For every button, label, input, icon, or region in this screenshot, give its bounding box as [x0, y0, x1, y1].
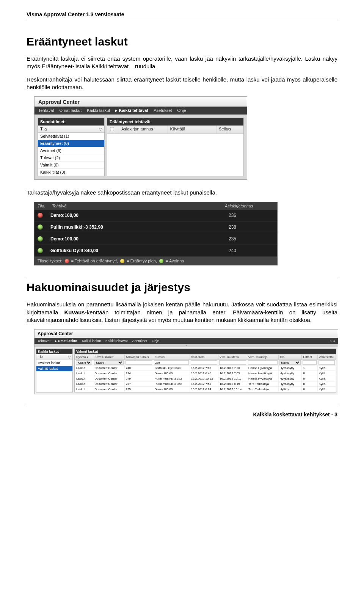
- tila-dropdown[interactable]: Tila ▽: [38, 126, 104, 133]
- table-cell: 0: [302, 387, 317, 392]
- approval-center-screenshot-2: Approval Center Tehtävät Omat laskut Kai…: [34, 329, 338, 394]
- page-footer: Kaikkia koskettavat kehitykset - 3: [27, 410, 337, 418]
- column-header[interactable]: Tila: [278, 355, 302, 360]
- column-header[interactable]: Viim. muutettu: [218, 355, 247, 360]
- table-cell: 16.2.2012 6:46: [190, 371, 218, 376]
- col-tehtava: Tehtävä: [52, 204, 225, 208]
- status-dot-icon: [38, 248, 43, 253]
- legend-dot-green: [159, 259, 163, 263]
- status-dot-icon: [38, 224, 43, 230]
- table-cell: Laskut: [75, 366, 93, 371]
- version-label: 1.3: [330, 339, 335, 343]
- email-row[interactable]: Demo:100,00235: [35, 233, 277, 245]
- filter-item[interactable]: Avoimet (6): [38, 147, 104, 154]
- table-cell: 15.2.2012 6:24: [190, 387, 218, 392]
- filter-item[interactable]: Tulevat (2): [38, 154, 104, 162]
- column-header[interactable]: Asiakirjan tunnus: [124, 355, 153, 360]
- page-header: Visma Approval Center 1.3 versiosaate: [27, 11, 337, 17]
- drag-handle[interactable]: ▴: [35, 344, 338, 347]
- sidebar-item-selected[interactable]: Valmiit laskut: [36, 366, 72, 372]
- table-cell: Hyväksytty: [278, 366, 302, 371]
- menu-item[interactable]: Omat laskut: [60, 108, 82, 113]
- filter-select[interactable]: Kaikki: [279, 360, 301, 365]
- menu-item[interactable]: Ohje: [177, 108, 186, 113]
- invoice-table: Ryhmä ▾Sovellusnimi ▾Asiakirjan tunnusKu…: [75, 354, 336, 392]
- table-row[interactable]: LaskutDocumentCenter240Golftukku Oy:9 84…: [75, 366, 336, 371]
- column-header[interactable]: Käyttäjä: [168, 126, 217, 133]
- column-header[interactable]: Liitteet: [302, 355, 317, 360]
- table-cell: Hanna Hyväksyjä: [247, 376, 279, 381]
- column-header[interactable]: Viim. muuttaja: [247, 355, 279, 360]
- menu-item[interactable]: Asetukset: [154, 108, 172, 113]
- divider: [27, 406, 337, 406]
- task-label: Golftukku Oy:9 840,00: [50, 248, 229, 253]
- table-cell: 234: [124, 371, 153, 376]
- filter-input[interactable]: [154, 360, 188, 365]
- status-dot-icon: [38, 236, 43, 242]
- menu-item-selected[interactable]: Omat laskut: [55, 339, 77, 343]
- table-row[interactable]: LaskutDocumentCenter235Demo:100,0015.2.2…: [75, 387, 336, 392]
- filter-select[interactable]: Kaikki: [76, 360, 92, 365]
- legend-text: = Erääntyy pian,: [127, 259, 157, 263]
- filter-item[interactable]: Kaikki tilat (8): [38, 169, 104, 176]
- filter-item-selected[interactable]: Erääntyneet (0): [38, 140, 104, 147]
- legend-text: = Avoinna: [166, 259, 184, 263]
- menu-item[interactable]: Kaikki laskut: [82, 339, 101, 343]
- checkbox-column[interactable]: [107, 126, 119, 133]
- menu-item[interactable]: Kaikki laskut: [87, 108, 110, 113]
- table-cell: 240: [124, 366, 153, 371]
- column-header[interactable]: Selitys: [217, 126, 243, 133]
- main-panel-header: Erääntyneet tehtävät: [107, 118, 243, 126]
- legend-label: Tilaselitykset:: [38, 259, 63, 263]
- column-header[interactable]: Ryhmä ▾: [75, 355, 93, 360]
- approval-center-screenshot-1: Approval Center Tehtävät Omat laskut Kai…: [34, 96, 247, 180]
- filter-input[interactable]: [191, 360, 218, 365]
- table-row[interactable]: LaskutDocumentCenter237Pullin musiikki:3…: [75, 381, 336, 387]
- table-cell: 16.2.2012 7:20: [218, 366, 247, 371]
- paragraph: Erääntyneitä laskuja ei siirretä enää sy…: [27, 55, 337, 71]
- table-cell: 1: [302, 366, 317, 371]
- legend-dot-red: [65, 259, 69, 263]
- table-cell: 16.2.2012 10:17: [218, 376, 247, 381]
- column-header[interactable]: Sovellusnimi ▾: [93, 355, 125, 360]
- menubar: Tehtävät Omat laskut Kaikki laskut Kaikk…: [35, 107, 247, 115]
- filter-input[interactable]: [248, 360, 278, 365]
- document-id: 240: [229, 248, 274, 253]
- filter-input[interactable]: [219, 360, 246, 365]
- table-cell: Kyllä: [317, 381, 336, 387]
- menu-item[interactable]: Kaikki tehtävät: [105, 339, 128, 343]
- email-task-list: Tila. Tehtävä Asiakirjatunnus Demo:100,0…: [34, 202, 278, 265]
- tila-label: Tila: [40, 127, 47, 131]
- column-header[interactable]: Vahvistettu: [317, 355, 336, 360]
- filter-item[interactable]: Selvitettävät (1): [38, 133, 104, 140]
- column-header[interactable]: Vast.otettu: [190, 355, 218, 360]
- table-cell: Pullin musiikki:3 352: [153, 381, 190, 387]
- tila-dropdown[interactable]: Tila ▽: [36, 354, 72, 360]
- table-cell: Hyväksytty: [278, 381, 302, 387]
- table-cell: 16.2.2012 10:14: [218, 387, 247, 392]
- table-cell: Hylätty: [278, 387, 302, 392]
- filter-item[interactable]: Valmiit (0): [38, 162, 104, 169]
- table-cell: Tero Tarkastaja: [247, 387, 279, 392]
- table-row[interactable]: LaskutDocumentCenter234Demo:100,6016.2.2…: [75, 371, 336, 376]
- table-cell: Hyväksytty: [278, 376, 302, 381]
- table-cell: Pullin musiikki:3 352: [153, 376, 190, 381]
- filter-input[interactable]: [126, 360, 152, 365]
- table-cell: 16.2.2012 7:05: [218, 371, 247, 376]
- column-header[interactable]: Asiakirjan tunnus: [119, 126, 168, 133]
- menu-item-selected[interactable]: Kaikki tehtävät: [115, 108, 148, 113]
- menu-item[interactable]: Tehtävät: [38, 108, 54, 113]
- column-header[interactable]: Kuvaus: [153, 355, 190, 360]
- email-row[interactable]: Pullin musiikki:-3 352,98238: [35, 221, 277, 233]
- sidebar-item[interactable]: Avoimet laskut: [36, 360, 72, 366]
- filter-input[interactable]: [303, 360, 316, 365]
- filter-input[interactable]: [318, 360, 335, 365]
- menu-item[interactable]: Tehtävät: [38, 339, 50, 343]
- email-row[interactable]: Golftukku Oy:9 840,00240: [35, 245, 277, 257]
- filter-select[interactable]: Kaikki: [94, 360, 124, 365]
- menu-item[interactable]: Ohje: [152, 339, 159, 343]
- table-row[interactable]: LaskutDocumentCenter249Pullin musiikki:3…: [75, 376, 336, 381]
- email-row[interactable]: Demo:100,00236: [35, 210, 277, 221]
- section-title-2: Hakuominaisuudet ja järjestys: [27, 281, 337, 294]
- menu-item[interactable]: Asetukset: [132, 339, 147, 343]
